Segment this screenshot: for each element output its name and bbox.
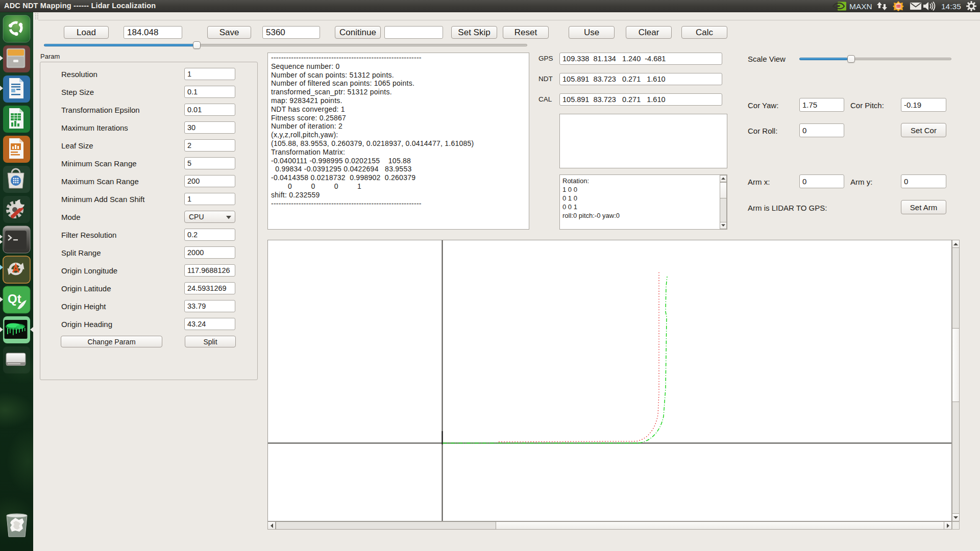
svg-text:Qt: Qt bbox=[8, 292, 21, 306]
svg-text:14:35: 14:35 bbox=[941, 2, 961, 11]
svg-text:MAXN: MAXN bbox=[849, 2, 872, 11]
